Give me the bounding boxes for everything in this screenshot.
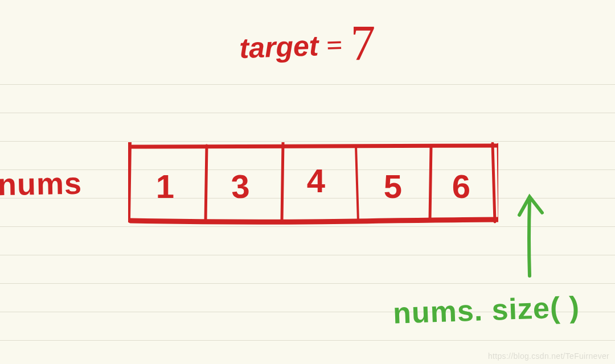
array-cell-0: 1 xyxy=(128,167,202,205)
watermark-text: https://blog.csdn.net/TeFuirnever xyxy=(488,351,609,361)
ruled-line xyxy=(0,340,615,341)
target-label-text: target xyxy=(239,30,319,64)
ruled-line xyxy=(0,141,615,142)
size-label: nums. size( ) xyxy=(392,289,580,330)
array-diagram: 1 3 4 5 6 xyxy=(128,142,498,222)
target-expression: target = 7 xyxy=(238,8,376,70)
equals-sign: = xyxy=(326,29,343,61)
array-cell-1: 3 xyxy=(202,166,278,208)
array-name-label: nums xyxy=(0,166,83,202)
target-value: 7 xyxy=(351,14,376,72)
array-cell-4: 6 xyxy=(424,167,498,205)
array-cell-2: 4 xyxy=(279,162,353,200)
size-arrow xyxy=(512,188,558,284)
notebook-paper: target = 7 nums 1 3 4 5 6 nums. s xyxy=(0,0,615,364)
array-cell-3: 5 xyxy=(356,167,430,205)
ruled-line xyxy=(0,113,615,113)
ruled-line xyxy=(0,84,615,85)
